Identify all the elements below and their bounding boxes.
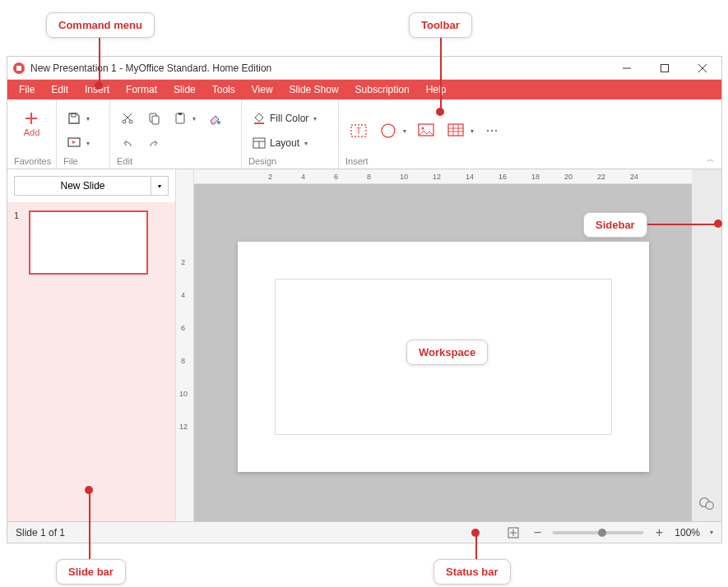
paste-button[interactable]: ▾ xyxy=(169,108,199,129)
group-label-design: Design xyxy=(248,154,332,169)
app-icon xyxy=(12,62,26,75)
callout-workspace: Workspace xyxy=(406,340,488,365)
callout-status-bar: Status bar xyxy=(434,559,511,585)
menu-format[interactable]: Format xyxy=(118,80,165,99)
start-slideshow-button[interactable]: ▾ xyxy=(63,132,93,154)
callout-slide-bar: Slide bar xyxy=(56,559,126,585)
svg-point-27 xyxy=(422,127,424,130)
slide-thumbnail[interactable] xyxy=(29,210,148,275)
svg-rect-19 xyxy=(254,122,264,124)
menu-subscription[interactable]: Subscription xyxy=(347,80,418,99)
slide-bar: New Slide ▾ 1 xyxy=(7,169,176,521)
svg-line-13 xyxy=(123,113,130,120)
zoom-level: 100% xyxy=(675,527,700,538)
svg-point-34 xyxy=(491,130,494,132)
fill-icon xyxy=(252,111,267,126)
plus-icon xyxy=(24,111,39,126)
ellipsis-icon xyxy=(484,122,500,139)
app-window: New Presentation 1 - MyOffice Standard. … xyxy=(7,56,722,543)
menu-slideshow[interactable]: Slide Show xyxy=(281,80,347,99)
callout-command-menu: Command menu xyxy=(46,12,155,38)
textbox-button[interactable]: T xyxy=(345,118,372,144)
svg-point-35 xyxy=(495,130,498,132)
redo-button[interactable] xyxy=(143,132,165,154)
new-slide-button[interactable]: New Slide xyxy=(14,176,151,196)
undo-icon xyxy=(120,136,135,150)
table-icon xyxy=(446,121,466,141)
svg-text:T: T xyxy=(356,127,361,136)
zoom-dropdown[interactable]: ▾ xyxy=(710,529,713,536)
slide-counter: Slide 1 of 1 xyxy=(16,527,65,538)
svg-rect-15 xyxy=(152,116,159,124)
menu-tools[interactable]: Tools xyxy=(204,80,243,99)
zoom-in-button[interactable]: + xyxy=(651,525,666,540)
svg-point-25 xyxy=(382,124,395,137)
svg-point-18 xyxy=(217,121,220,124)
layout-icon xyxy=(252,136,267,150)
fit-button[interactable] xyxy=(507,526,522,539)
svg-rect-3 xyxy=(661,64,669,72)
copy-button[interactable] xyxy=(143,108,165,129)
vertical-ruler: 2 4 6 8 10 12 xyxy=(176,169,194,521)
menu-view[interactable]: View xyxy=(243,80,281,99)
maximize-button[interactable] xyxy=(646,57,684,80)
svg-rect-17 xyxy=(179,113,182,115)
undo-button[interactable] xyxy=(117,132,138,154)
cut-button[interactable] xyxy=(117,108,138,129)
status-bar: Slide 1 of 1 − + 100% ▾ xyxy=(7,521,721,543)
menu-help[interactable]: Help xyxy=(418,80,455,99)
svg-line-12 xyxy=(125,113,132,120)
eraser-button[interactable] xyxy=(204,108,225,129)
command-menu: File Edit Insert Format Slide Tools View… xyxy=(7,80,721,99)
save-button[interactable]: ▾ xyxy=(63,108,93,129)
fill-color-button[interactable]: Fill Color ▾ xyxy=(248,108,320,129)
copy-icon xyxy=(146,111,161,126)
callout-sidebar: Sidebar xyxy=(583,212,647,238)
close-button[interactable] xyxy=(684,57,721,80)
zoom-slider[interactable] xyxy=(553,531,643,534)
zoom-out-button[interactable]: − xyxy=(530,525,545,540)
fit-icon xyxy=(507,526,520,539)
shape-button[interactable]: ▾ xyxy=(375,118,410,144)
table-button[interactable]: ▾ xyxy=(443,118,477,144)
redo-icon xyxy=(146,136,161,150)
comments-icon[interactable] xyxy=(698,495,716,513)
callout-toolbar: Toolbar xyxy=(409,12,472,38)
new-slide-dropdown[interactable]: ▾ xyxy=(151,176,169,196)
group-label-insert: Insert xyxy=(345,154,715,169)
svg-point-33 xyxy=(487,130,489,132)
image-button[interactable] xyxy=(413,118,439,144)
textbox-icon: T xyxy=(349,121,369,141)
eraser-icon xyxy=(207,111,222,126)
svg-point-37 xyxy=(706,501,713,509)
group-label-file: File xyxy=(63,154,103,169)
svg-rect-28 xyxy=(448,124,463,136)
menu-file[interactable]: File xyxy=(11,80,43,99)
image-icon xyxy=(416,121,436,141)
svg-point-11 xyxy=(129,120,132,123)
menu-slide[interactable]: Slide xyxy=(165,80,204,99)
shape-icon xyxy=(378,121,398,141)
play-icon xyxy=(67,136,81,150)
paste-icon xyxy=(173,111,188,126)
add-button[interactable]: Add xyxy=(21,108,44,141)
svg-rect-1 xyxy=(16,66,21,71)
layout-button[interactable]: Layout ▾ xyxy=(248,132,320,154)
group-label-favorites: Favorites xyxy=(14,154,49,169)
thumb-number: 1 xyxy=(14,210,22,220)
horizontal-ruler: 2 4 6 8 10 12 14 16 18 20 22 24 xyxy=(194,169,692,184)
collapse-ribbon-button[interactable]: ︿ xyxy=(707,154,715,165)
toolbar: Add Favorites ▾ ▾ File xyxy=(7,99,721,169)
group-label-edit: Edit xyxy=(117,154,234,169)
svg-point-10 xyxy=(123,120,126,123)
minimize-button[interactable] xyxy=(608,57,646,80)
title-bar: New Presentation 1 - MyOffice Standard. … xyxy=(7,57,721,80)
more-button[interactable] xyxy=(480,119,503,142)
scissors-icon xyxy=(120,111,135,126)
menu-edit[interactable]: Edit xyxy=(43,80,77,99)
window-title: New Presentation 1 - MyOffice Standard. … xyxy=(30,62,271,74)
save-icon xyxy=(67,111,81,126)
